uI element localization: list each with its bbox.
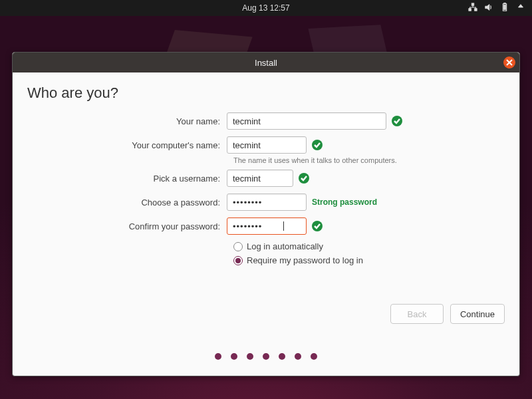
your-name-input[interactable] <box>227 112 386 130</box>
progress-dots <box>13 353 519 360</box>
clock[interactable]: Aug 13 12:57 <box>242 3 289 13</box>
top-panel: Aug 13 12:57 <box>0 0 532 16</box>
confirm-password-label: Confirm your password: <box>27 221 227 231</box>
check-icon <box>312 140 323 150</box>
computer-name-hint: The name it uses when it talks to other … <box>233 156 505 164</box>
window-close-button[interactable] <box>503 57 515 68</box>
power-icon[interactable] <box>516 3 525 14</box>
computer-name-label: Your computer's name: <box>27 140 227 150</box>
password-strength: Strong password <box>312 198 377 207</box>
radio-icon <box>233 256 243 265</box>
your-name-label: Your name: <box>27 116 227 126</box>
computer-name-input[interactable] <box>227 136 307 154</box>
login-auto-label: Log in automatically <box>247 241 323 251</box>
check-icon <box>392 116 402 126</box>
network-icon[interactable] <box>468 3 477 14</box>
svg-rect-1 <box>469 8 471 11</box>
username-input[interactable] <box>227 170 293 187</box>
continue-button[interactable]: Continue <box>450 304 505 324</box>
svg-rect-2 <box>475 8 477 11</box>
svg-rect-4 <box>504 5 506 9</box>
check-icon <box>312 221 323 231</box>
svg-rect-5 <box>504 3 506 3</box>
page-heading: Who are you? <box>13 72 519 107</box>
radio-icon <box>233 242 243 251</box>
volume-icon[interactable] <box>484 3 493 14</box>
svg-rect-0 <box>471 3 474 5</box>
battery-icon[interactable] <box>500 3 509 14</box>
back-button[interactable]: Back <box>390 304 444 324</box>
check-icon <box>299 173 309 184</box>
install-window: Install Who are you? Your name: Your com… <box>12 52 520 376</box>
password-label: Choose a password: <box>27 198 227 207</box>
password-input[interactable] <box>227 194 307 211</box>
confirm-password-input[interactable] <box>227 217 307 235</box>
login-require-radio[interactable]: Require my password to log in <box>233 255 505 265</box>
username-label: Pick a username: <box>27 174 227 184</box>
login-require-label: Require my password to log in <box>247 255 363 265</box>
user-form: Your name: Your computer's name: The nam… <box>13 107 519 265</box>
window-title: Install <box>255 58 277 68</box>
login-auto-radio[interactable]: Log in automatically <box>233 241 505 251</box>
window-titlebar: Install <box>13 53 519 72</box>
